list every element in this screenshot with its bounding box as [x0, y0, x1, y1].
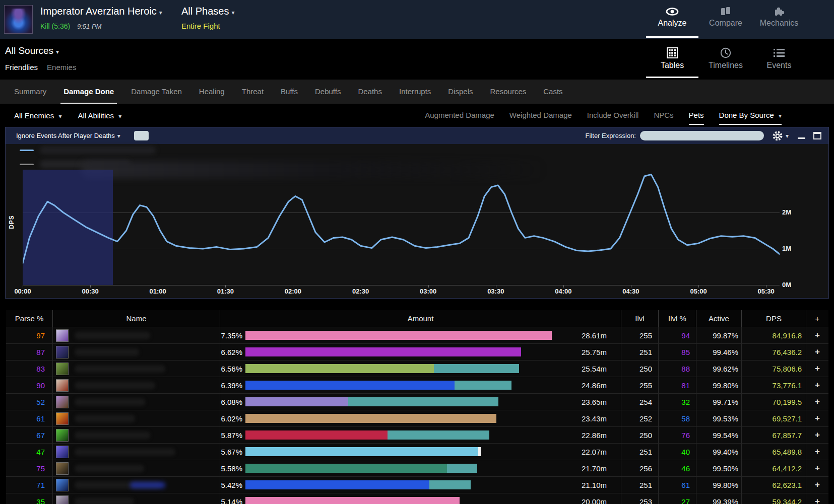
toggle-include-overkill[interactable]: Include Overkill — [587, 104, 639, 127]
expand-row-button[interactable]: + — [815, 380, 820, 390]
x-tick-label: 01:30 — [217, 287, 234, 295]
boss-portrait[interactable] — [4, 5, 33, 34]
player-name-cell[interactable] — [53, 460, 220, 477]
player-name-cell[interactable] — [53, 427, 220, 444]
nav-analyze[interactable]: Analyze — [646, 0, 699, 39]
tab-damage-done[interactable]: Damage Done — [63, 80, 114, 104]
column-header-active[interactable]: Active — [696, 310, 742, 327]
expand-row-button[interactable]: + — [815, 463, 820, 473]
ignore-deaths-dropdown[interactable]: Ignore Events After Player Deaths▾ — [16, 132, 120, 139]
expand-row-button[interactable]: + — [815, 480, 820, 490]
source-link-friendlies[interactable]: Friendlies — [5, 63, 38, 71]
tab-damage-taken[interactable]: Damage Taken — [131, 80, 182, 104]
player-name-cell[interactable] — [53, 410, 220, 427]
expand-row-button[interactable]: + — [815, 413, 820, 423]
column-header-ilvl[interactable]: Ilvl — [621, 310, 659, 327]
parse-percent[interactable]: 61 — [36, 414, 45, 423]
parse-percent[interactable]: 47 — [36, 448, 45, 456]
player-name-cell[interactable] — [53, 361, 220, 377]
expand-row-button[interactable]: + — [815, 364, 820, 374]
x-tick-label: 04:00 — [555, 287, 571, 295]
tab-summary[interactable]: Summary — [14, 80, 46, 104]
ilvl-percent-cell[interactable]: 76 — [659, 427, 696, 444]
parse-percent[interactable]: 71 — [36, 481, 45, 489]
nav-timelines[interactable]: Timelines — [699, 39, 752, 80]
expand-row-button[interactable]: + — [815, 430, 820, 440]
dropdown-all-enemies[interactable]: All Enemies ▾ — [14, 111, 61, 120]
toggle-pets[interactable]: Pets — [689, 104, 704, 127]
player-name-cell[interactable] — [53, 394, 220, 410]
ilvl-percent-cell[interactable]: 32 — [659, 394, 696, 410]
toggle-npcs[interactable]: NPCs — [654, 104, 673, 127]
column-header-dps[interactable]: DPS — [742, 310, 806, 327]
expand-row-button[interactable]: + — [815, 397, 820, 407]
parse-percent[interactable]: 97 — [36, 331, 45, 340]
minimize-icon[interactable] — [798, 137, 805, 139]
column-header-expand[interactable]: + — [806, 310, 828, 327]
player-name-cell[interactable] — [53, 493, 220, 504]
nav-tables[interactable]: Tables — [646, 39, 699, 80]
dropdown-all-abilities[interactable]: All Abilities ▾ — [78, 111, 121, 120]
column-header-amount[interactable]: Amount — [220, 310, 621, 327]
expand-row-button[interactable]: + — [815, 496, 820, 504]
ilvl-percent-cell[interactable]: 81 — [659, 377, 696, 394]
parse-percent[interactable]: 90 — [36, 381, 45, 390]
parse-percent[interactable]: 67 — [36, 431, 45, 440]
ilvl-percent-cell[interactable]: 27 — [659, 493, 696, 504]
ilvl-percent-cell[interactable]: 61 — [659, 477, 696, 493]
player-name-cell[interactable] — [53, 327, 220, 344]
maximize-icon[interactable] — [813, 132, 821, 139]
parse-percent[interactable]: 35 — [36, 497, 45, 504]
expand-row-button[interactable]: + — [815, 447, 820, 457]
source-link-enemies[interactable]: Enemies — [47, 63, 76, 71]
ilvl-percent-cell[interactable]: 85 — [659, 344, 696, 361]
column-header-parse[interactable]: Parse % — [6, 310, 53, 327]
damage-bar — [245, 430, 489, 440]
toggle-done-by-source[interactable]: Done By Source ▾ — [719, 104, 782, 127]
nav-events[interactable]: Events — [752, 39, 806, 80]
boss-title-dropdown[interactable]: Imperator Averzian Heroic▾ — [40, 6, 162, 17]
all-sources-dropdown[interactable]: All Sources▾ — [5, 45, 59, 56]
parse-percent[interactable]: 87 — [36, 348, 45, 356]
tab-threat[interactable]: Threat — [242, 80, 264, 104]
tab-interrupts[interactable]: Interrupts — [399, 80, 431, 104]
tab-deaths[interactable]: Deaths — [358, 80, 382, 104]
column-header-ilvl[interactable]: Ilvl % — [659, 310, 696, 327]
tab-resources[interactable]: Resources — [490, 80, 527, 104]
expand-row-button[interactable]: + — [815, 330, 820, 340]
ilvl-percent-cell[interactable]: 88 — [659, 361, 696, 377]
player-name-cell[interactable] — [53, 477, 220, 493]
phases-dropdown[interactable]: All Phases▾ — [181, 6, 235, 17]
tab-buffs[interactable]: Buffs — [281, 80, 298, 104]
parse-percent[interactable]: 83 — [36, 365, 45, 373]
player-name-cell[interactable] — [53, 444, 220, 460]
tab-casts[interactable]: Casts — [543, 80, 562, 104]
ilvl-percent-cell[interactable]: 58 — [659, 410, 696, 427]
ilvl-percent-cell[interactable]: 40 — [659, 444, 696, 460]
column-header-name[interactable]: Name — [53, 310, 220, 327]
nav-compare[interactable]: Compare — [699, 0, 752, 39]
expand-row-button[interactable]: + — [815, 347, 820, 357]
tab-healing[interactable]: Healing — [199, 80, 225, 104]
damage-bar — [245, 381, 511, 390]
toggle-weighted-damage[interactable]: Weighted Damage — [509, 104, 572, 127]
ilvl-percent-cell[interactable]: 46 — [659, 460, 696, 477]
filter-expression-input[interactable] — [640, 131, 764, 140]
tab-debuffs[interactable]: Debuffs — [315, 80, 341, 104]
tab-dispels[interactable]: Dispels — [448, 80, 473, 104]
graph-settings-button[interactable]: ▾ — [772, 130, 789, 141]
x-tick-label: 01:00 — [150, 287, 166, 295]
x-tick-label: 03:00 — [420, 287, 436, 295]
ilvl-cell: 251 — [621, 477, 659, 493]
parse-percent[interactable]: 52 — [36, 398, 45, 406]
ignore-deaths-checkbox[interactable] — [134, 131, 149, 140]
player-name-cell[interactable] — [53, 344, 220, 361]
parse-percent[interactable]: 75 — [36, 464, 45, 473]
damage-bar-segment — [388, 430, 489, 440]
x-tick-label: 03:30 — [487, 287, 504, 295]
nav-mechanics[interactable]: Mechanics — [752, 0, 806, 39]
dps-chart[interactable]: DPS 0M1M2M00:0000:3001:0001:3002:0002:30… — [6, 144, 828, 298]
toggle-augmented-damage[interactable]: Augmented Damage — [425, 104, 494, 127]
player-name-cell[interactable] — [53, 377, 220, 394]
ilvl-percent-cell[interactable]: 94 — [659, 327, 696, 344]
